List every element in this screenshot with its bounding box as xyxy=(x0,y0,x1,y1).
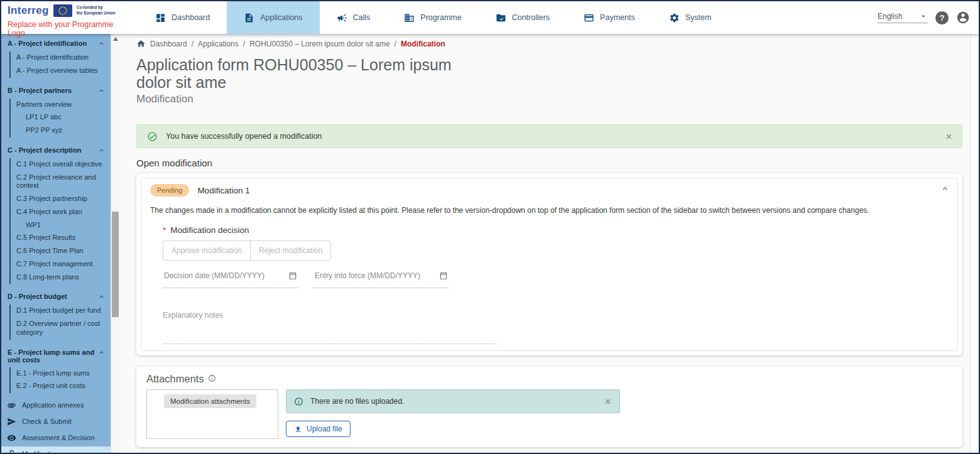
sidebar-section-c-header[interactable]: C - Project description xyxy=(8,145,107,156)
interreg-brand: Interreg xyxy=(8,4,49,17)
sidebar-item-assessment-decision[interactable]: Assessment & Decision xyxy=(1,430,111,446)
entry-into-force-field[interactable]: Entry into force (MM/DD/YYYY) xyxy=(313,271,449,288)
sidebar-item-c4[interactable]: C.4 Project work plan xyxy=(16,206,107,219)
section-title: E - Project lump sums and unit costs xyxy=(8,349,97,364)
main-content: Dashboard / Applications / ROHU00350 – L… xyxy=(119,34,970,453)
modification-panel: Pending Modification 1 The changes made … xyxy=(141,178,958,351)
calendar-icon[interactable] xyxy=(288,271,297,280)
sidebar-item-d1[interactable]: D.1 Project budget per fund xyxy=(16,305,107,318)
page-scrollbar[interactable] xyxy=(970,34,979,453)
sidebar-section-b: B - Project partners Partners overview L… xyxy=(1,81,111,141)
decision-date-field[interactable]: Decision date (MM/DD/YYYY) xyxy=(163,271,298,288)
entry-into-force-label: Entry into force (MM/DD/YYYY) xyxy=(315,271,420,280)
collapse-chevron-icon[interactable] xyxy=(940,184,950,196)
sidebar-item-c7[interactable]: C.7 Project management xyxy=(16,258,107,271)
decision-label-row: *Modification decision xyxy=(163,225,949,235)
upload-file-button[interactable]: Upload file xyxy=(286,421,351,437)
upload-icon xyxy=(294,425,302,433)
account-button[interactable] xyxy=(956,11,970,24)
section-title: B - Project partners xyxy=(8,87,72,94)
sidebar-item-application-annexes[interactable]: Application annexes xyxy=(1,397,111,414)
upload-label: Upload file xyxy=(307,424,342,433)
breadcrumb-separator: / xyxy=(395,40,396,48)
sidebar-item-c2[interactable]: C.2 Project relevance and context xyxy=(16,171,107,193)
nav-controllers[interactable]: Controllers xyxy=(479,1,567,34)
nav-calls[interactable]: Calls xyxy=(320,1,388,34)
nav-dashboard[interactable]: Dashboard xyxy=(138,1,227,34)
eye-icon xyxy=(7,433,16,443)
home-icon[interactable] xyxy=(136,39,146,48)
language-select[interactable]: English xyxy=(878,12,928,23)
close-icon[interactable] xyxy=(945,132,953,141)
no-files-message: There are no files uploaded. xyxy=(310,397,597,406)
sidebar-section-b-header[interactable]: B - Project partners xyxy=(8,85,107,97)
reject-modification-button[interactable]: Reject modification xyxy=(250,241,331,261)
breadcrumb-project[interactable]: ROHU00350 – Lorem ipsum dolor sit ame xyxy=(249,40,389,48)
sidebar-section-d: D - Project budget D.1 Project budget pe… xyxy=(1,287,111,342)
sidebar-item-project-identification[interactable]: A - Project identification xyxy=(16,51,107,65)
close-icon[interactable] xyxy=(604,397,612,406)
account-icon xyxy=(956,11,970,24)
breadcrumb-separator: / xyxy=(192,40,193,48)
section-title: A - Project identification xyxy=(8,40,87,47)
sidebar-item-c3[interactable]: C.3 Project partnership xyxy=(16,193,107,206)
sidebar-section-e-header[interactable]: E - Project lump sums and unit costs xyxy=(8,347,107,365)
sidebar-item-e2[interactable]: E.2 - Project unit costs xyxy=(16,380,107,393)
nav-system[interactable]: System xyxy=(652,1,729,34)
sidebar-item-partners-overview[interactable]: Partners overview xyxy=(16,99,107,112)
sidebar-item-lp1[interactable]: LP1 LP abc xyxy=(16,111,107,124)
sidebar-item-modification[interactable]: Modification xyxy=(1,446,111,453)
sidebar-item-c1[interactable]: C.1 Project overall objective xyxy=(16,158,107,171)
breadcrumb-dashboard[interactable]: Dashboard xyxy=(150,40,187,48)
approve-modification-button[interactable]: Approve modification xyxy=(163,241,251,261)
info-icon[interactable] xyxy=(208,373,216,385)
chevron-up-icon xyxy=(97,87,106,95)
nav-label: Programme xyxy=(420,13,461,22)
calendar-icon[interactable] xyxy=(439,271,448,280)
sidebar-scrollbar[interactable] xyxy=(111,34,119,453)
nav-label: Controllers xyxy=(512,13,550,22)
sidebar-item-c8[interactable]: C.8 Long-term plans xyxy=(16,271,107,284)
nav-programme[interactable]: Programme xyxy=(387,1,478,34)
chevron-up-icon xyxy=(97,293,106,301)
sidebar-item-d2[interactable]: D.2 Overview partner / cost category xyxy=(16,318,107,340)
attachments-heading: Attachments xyxy=(146,373,204,385)
sidebar-tools: Application annexes Check & Submit Asses… xyxy=(1,397,111,453)
success-banner: You have successfully opened a modificat… xyxy=(136,124,962,148)
top-header: Interreg Co-funded by the European Union… xyxy=(1,1,979,34)
sidebar-item-check-submit[interactable]: Check & Submit xyxy=(1,414,111,430)
sidebar-item-wp1[interactable]: WP1 xyxy=(16,219,107,232)
section-title: D - Project budget xyxy=(8,293,67,300)
explanatory-notes-input[interactable] xyxy=(163,343,497,344)
sidebar-item-project-overview-tables[interactable]: A - Project overview tables xyxy=(16,65,107,78)
modification-decision-block: *Modification decision Approve modificat… xyxy=(163,225,949,344)
language-value: English xyxy=(878,12,902,21)
sidebar-item-c5[interactable]: C.5 Project Results xyxy=(16,232,107,245)
sidebar-item-c6[interactable]: C.6 Project Time Plan xyxy=(16,245,107,258)
scrollbar-thumb[interactable] xyxy=(112,212,119,317)
required-marker: * xyxy=(163,225,166,235)
chevron-up-icon xyxy=(97,146,106,154)
header-right-controls: English ? xyxy=(878,1,979,34)
eu-flag-icon xyxy=(53,4,72,17)
sidebar-section-a-header[interactable]: A - Project identification xyxy=(8,38,107,50)
breadcrumb-applications[interactable]: Applications xyxy=(198,40,239,48)
eu-funding-label: Co-funded by the European Union xyxy=(77,5,116,16)
nav-applications[interactable]: Applications xyxy=(227,1,319,34)
tab-modification-attachments[interactable]: Modification attachments xyxy=(164,394,256,408)
nav-label: Payments xyxy=(600,13,635,22)
sidebar-item-pp2[interactable]: PP2 PP xyz xyxy=(16,124,107,138)
nav-payments[interactable]: Payments xyxy=(567,1,652,34)
building-icon xyxy=(404,13,415,23)
send-icon xyxy=(7,417,16,426)
help-button[interactable]: ? xyxy=(935,11,949,24)
decision-date-label: Decision date (MM/DD/YYYY) xyxy=(164,271,264,280)
app-window: Interreg Co-funded by the European Union… xyxy=(0,0,980,454)
sidebar-section-d-header[interactable]: D - Project budget xyxy=(8,291,107,303)
decision-label: Modification decision xyxy=(170,225,249,235)
sidebar-item-e1[interactable]: E.1 - Project lump sums xyxy=(16,367,107,381)
breadcrumb-separator: / xyxy=(243,40,245,48)
nav-label: Applications xyxy=(260,13,302,22)
breadcrumb-modification: Modification xyxy=(401,40,445,48)
chevron-up-icon xyxy=(97,40,106,48)
